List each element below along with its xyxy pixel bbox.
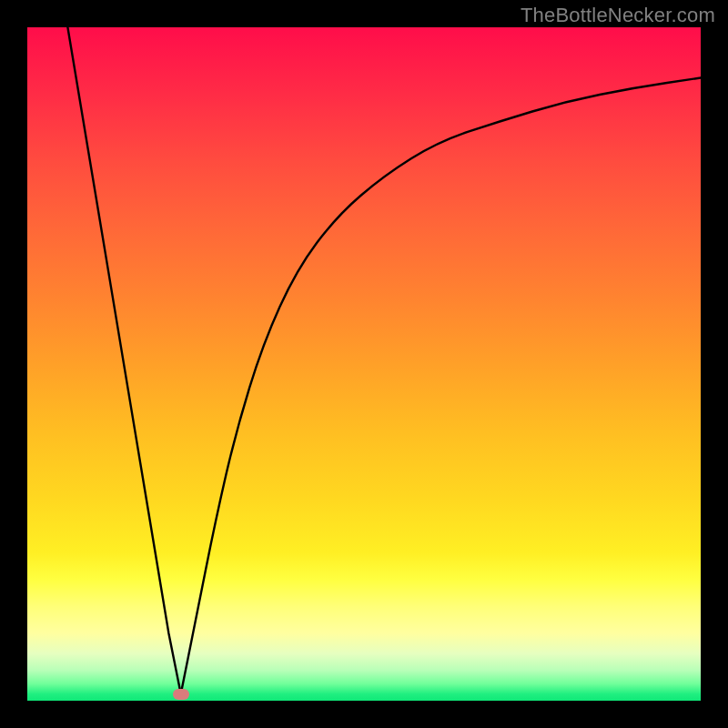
optimal-marker bbox=[173, 689, 189, 700]
watermark-text: TheBottleNecker.com bbox=[521, 4, 715, 27]
background-gradient bbox=[27, 27, 701, 701]
chart-frame: TheBottleNecker.com bbox=[0, 0, 728, 728]
plot-area bbox=[27, 27, 701, 701]
